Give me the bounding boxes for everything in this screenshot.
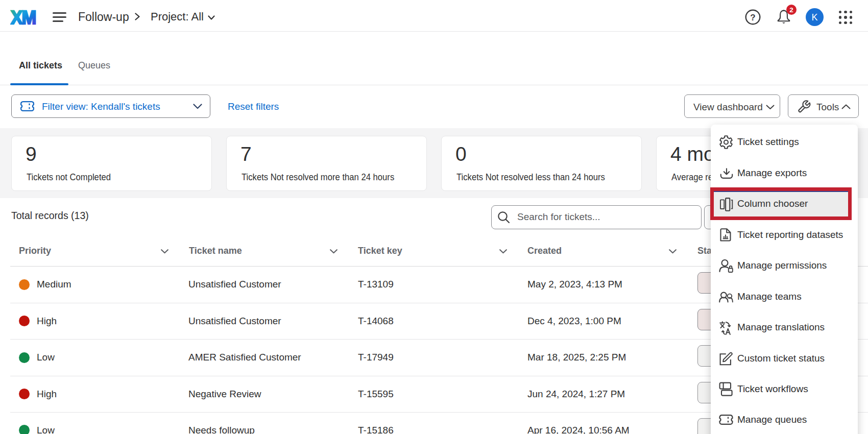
- svg-text:?: ?: [750, 13, 755, 22]
- svg-text:XM: XM: [11, 7, 36, 27]
